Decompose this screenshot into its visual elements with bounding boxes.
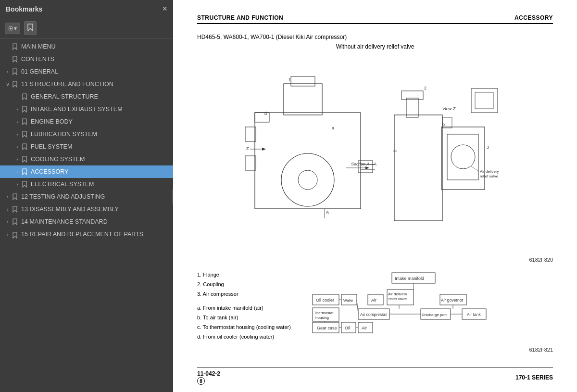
sidebar-collapse-handle[interactable]: ‹ xyxy=(172,189,173,203)
bookmark-list: MAIN MENU CONTENTS › 01 GENERAL ∨ 11 STR… xyxy=(0,38,173,392)
sidebar-item-fuel-system[interactable]: › FUEL SYSTEM xyxy=(0,140,173,153)
svg-text:Intake manifold: Intake manifold xyxy=(395,276,424,281)
expand-arrow-icon: › xyxy=(4,231,12,237)
svg-text:Oil: Oil xyxy=(345,326,350,330)
bookmark-icon-fuel-system xyxy=(21,143,28,151)
legend-item-a: a. From intake manifold (air) xyxy=(197,303,291,313)
view-icon: ⊞ xyxy=(8,25,13,32)
svg-text:Air governor: Air governor xyxy=(441,298,463,303)
svg-text:Z: Z xyxy=(246,146,249,151)
bookmark-icon-01-general xyxy=(12,68,18,76)
sidebar-item-15-repair[interactable]: › 15 REPAIR AND REPLACEMENT OF PARTS xyxy=(0,228,173,241)
sidebar-item-cooling-system[interactable]: › COOLING SYSTEM xyxy=(0,153,173,165)
legend-area: 1. Flange 2. Coupling 3. Air compressor … xyxy=(197,270,553,342)
svg-point-18 xyxy=(281,153,334,206)
sidebar-item-contents[interactable]: CONTENTS xyxy=(0,53,173,65)
close-button[interactable]: × xyxy=(162,4,167,14)
legend-item-c: c. To thermostat housing (cooling water) xyxy=(197,323,291,332)
svg-marker-7 xyxy=(23,119,26,125)
svg-text:Air: Air xyxy=(371,298,376,303)
sidebar-item-engine-body[interactable]: › ENGINE BODY xyxy=(0,115,173,128)
sidebar-toolbar: ⊞ ▾ xyxy=(0,18,173,38)
sidebar-item-label: 11 STRUCTURE AND FUNCTION xyxy=(21,81,169,88)
flow-diagram-svg: Intake manifold Oil cooler Water Thermos… xyxy=(310,270,493,338)
legend-list: 1. Flange 2. Coupling 3. Air compressor … xyxy=(197,270,291,342)
svg-point-19 xyxy=(298,170,317,190)
page-number: 11-042-2 xyxy=(197,370,220,377)
svg-rect-30 xyxy=(245,127,256,141)
dropdown-arrow-icon: ▾ xyxy=(14,25,17,32)
svg-text:Air tank: Air tank xyxy=(467,312,481,317)
sidebar-item-12-testing[interactable]: › 12 TESTING AND ADJUSTING xyxy=(0,190,173,203)
sidebar-item-label: 13 DISASSEMBLY AND ASSEMBLY xyxy=(21,206,169,213)
sidebar-item-label: ELECTRICAL SYSTEM xyxy=(31,181,169,188)
svg-text:2: 2 xyxy=(424,86,426,90)
bookmark-button[interactable] xyxy=(24,21,37,35)
sidebar-item-label: ACCESSORY xyxy=(31,168,169,175)
svg-text:1: 1 xyxy=(288,77,291,82)
sidebar-item-14-maintenance[interactable]: › 14 MAINTENANCE STANDARD xyxy=(0,215,173,228)
legend-item-b: b. To air tank (air) xyxy=(197,313,291,323)
svg-text:Thermostat: Thermostat xyxy=(314,311,334,315)
bookmark-icon-12-testing xyxy=(12,193,18,201)
technical-diagram-svg: Section A—A Z A a d xyxy=(236,55,514,247)
sidebar-item-11-structure[interactable]: ∨ 11 STRUCTURE AND FUNCTION xyxy=(0,78,173,90)
svg-marker-2 xyxy=(13,56,17,62)
svg-text:View Z: View Z xyxy=(442,106,456,111)
sidebar-item-electrical[interactable]: › ELECTRICAL SYSTEM xyxy=(0,178,173,190)
legend-item-1: 1. Flange xyxy=(197,270,291,280)
svg-text:relief valve: relief valve xyxy=(389,297,407,301)
sidebar-item-lubrication[interactable]: › LUBRICATION SYSTEM xyxy=(0,128,173,140)
main-diagram: Section A—A Z A a d xyxy=(197,55,553,247)
svg-marker-9 xyxy=(23,144,26,150)
sidebar-item-13-disassembly[interactable]: › 13 DISASSEMBLY AND ASSEMBLY xyxy=(0,203,173,215)
svg-text:relief valve: relief valve xyxy=(480,174,499,178)
expand-arrow-icon: › xyxy=(13,144,21,150)
expand-arrow-icon: › xyxy=(13,182,21,187)
expand-arrow-icon: › xyxy=(4,219,12,225)
sidebar-item-accessory[interactable]: › ACCESSORY xyxy=(0,165,173,178)
bookmark-icon-engine-body xyxy=(21,118,28,126)
main-content: STRUCTURE AND FUNCTION ACCESSORY HD465-5… xyxy=(173,0,577,392)
page-circle-mark: 8 xyxy=(197,377,205,385)
bookmark-icon-cooling-system xyxy=(21,155,28,163)
sidebar-item-label: ENGINE BODY xyxy=(31,118,169,125)
svg-text:d: d xyxy=(264,111,267,116)
document-footer: 11-042-2 8 170-1 SERIES xyxy=(197,367,553,385)
svg-rect-20 xyxy=(284,84,322,115)
svg-marker-4 xyxy=(13,81,17,87)
svg-text:Oil cooler: Oil cooler xyxy=(316,298,334,303)
svg-marker-12 xyxy=(23,181,26,187)
svg-marker-13 xyxy=(13,194,17,200)
svg-marker-11 xyxy=(23,169,26,175)
doc-title-line1: HD465-5, WA600-1, WA700-1 (Diesel Kiki A… xyxy=(197,34,553,40)
sidebar-item-intake-exhaust[interactable]: › INTAKE AND EXHAUST SYSTEM xyxy=(0,103,173,115)
svg-text:Air: Air xyxy=(362,326,367,330)
bookmark-icon-14-maintenance xyxy=(12,218,18,226)
sidebar-header: Bookmarks × xyxy=(0,0,173,18)
svg-marker-10 xyxy=(23,156,26,162)
sidebar-item-general-structure[interactable]: GENERAL STRUCTURE xyxy=(0,90,173,103)
svg-marker-0 xyxy=(28,24,33,31)
expand-arrow-icon: › xyxy=(13,169,21,175)
svg-rect-31 xyxy=(245,156,256,170)
svg-marker-15 xyxy=(13,219,17,225)
svg-text:Discharge port: Discharge port xyxy=(422,313,447,317)
sidebar-item-01-general[interactable]: › 01 GENERAL xyxy=(0,65,173,78)
view-toggle-button[interactable]: ⊞ ▾ xyxy=(5,23,20,34)
sidebar-item-label: 15 REPAIR AND REPLACEMENT OF PARTS xyxy=(21,231,169,238)
doc-title-line2: Without air delivery relief valve xyxy=(197,43,553,50)
bookmark-icon-15-repair xyxy=(12,231,18,239)
svg-rect-21 xyxy=(291,76,315,86)
svg-rect-17 xyxy=(255,113,361,209)
document-page: STRUCTURE AND FUNCTION ACCESSORY HD465-5… xyxy=(173,0,577,392)
svg-marker-24 xyxy=(365,166,369,169)
sidebar-item-label: 01 GENERAL xyxy=(21,68,169,75)
svg-rect-32 xyxy=(255,113,269,122)
expand-arrow-icon: › xyxy=(4,207,12,212)
svg-rect-40 xyxy=(406,98,418,117)
bookmark-icon-11-structure xyxy=(12,80,18,88)
sidebar-item-main-menu[interactable]: MAIN MENU xyxy=(0,40,173,53)
legend-item-2: 2. Coupling xyxy=(197,280,291,290)
svg-line-50 xyxy=(471,166,479,171)
